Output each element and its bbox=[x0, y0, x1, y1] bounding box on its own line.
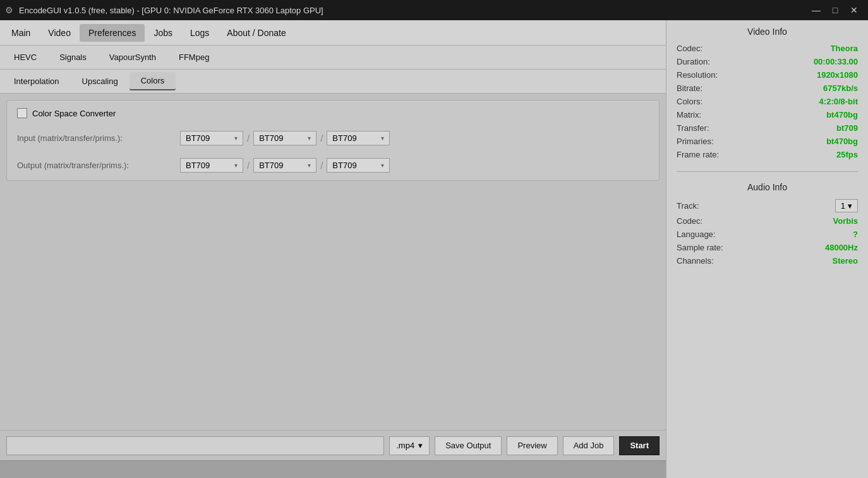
output-transfer-select[interactable]: BT709 ▾ bbox=[253, 158, 316, 173]
resolution-value: 1920x1080 bbox=[817, 70, 858, 80]
info-divider bbox=[677, 171, 858, 172]
channels-label: Channels: bbox=[677, 256, 714, 266]
start-button[interactable]: Start bbox=[619, 436, 660, 455]
main-container: Main Video Preferences Jobs Logs About /… bbox=[0, 20, 868, 478]
duration-label: Duration: bbox=[677, 57, 710, 66]
menu-item-preferences[interactable]: Preferences bbox=[80, 24, 145, 42]
sub-tabs-row1: HEVC Signals VapourSynth FFMpeg bbox=[0, 46, 666, 70]
maximize-button[interactable]: □ bbox=[826, 1, 844, 19]
tab-upscaling[interactable]: Upscaling bbox=[71, 73, 130, 90]
video-info-section: Video Info Codec: Theora Duration: 00:00… bbox=[666, 20, 868, 168]
video-info-transfer: Transfer: bt709 bbox=[677, 121, 858, 135]
tab-interpolation[interactable]: Interpolation bbox=[3, 73, 71, 90]
input-slash-2: / bbox=[320, 133, 323, 144]
input-matrix-arrow: ▾ bbox=[234, 135, 238, 142]
preview-button[interactable]: Preview bbox=[507, 436, 557, 455]
audio-info-track: Track: 1 ▾ bbox=[677, 197, 858, 214]
output-slash-2: / bbox=[320, 160, 323, 171]
window-controls: — □ ✕ bbox=[807, 1, 863, 19]
content-area: Color Space Converter Input (matrix/tran… bbox=[0, 94, 666, 430]
video-info-resolution: Resolution: 1920x1080 bbox=[677, 68, 858, 82]
video-info-bitrate: Bitrate: 6757kb/s bbox=[677, 82, 858, 95]
format-label: .mp4 bbox=[396, 441, 414, 450]
colors-label: Colors: bbox=[677, 97, 702, 106]
bottom-bar: .mp4 ▾ Save Output Preview Add Job Start bbox=[0, 430, 666, 460]
audio-info-title: Audio Info bbox=[677, 182, 858, 192]
menu-item-video[interactable]: Video bbox=[39, 24, 80, 42]
sub-tabs-row2: Interpolation Upscaling Colors bbox=[0, 70, 666, 94]
video-info-colors: Colors: 4:2:0/8-bit bbox=[677, 95, 858, 108]
output-color-label: Output (matrix/transfer/prims.): bbox=[17, 161, 175, 170]
right-panel: Video Info Codec: Theora Duration: 00:00… bbox=[666, 20, 868, 478]
tab-signals[interactable]: Signals bbox=[48, 49, 98, 66]
language-value: ? bbox=[853, 230, 858, 239]
output-slash-1: / bbox=[247, 160, 250, 171]
close-button[interactable]: ✕ bbox=[845, 1, 863, 19]
colors-panel: Color Space Converter Input (matrix/tran… bbox=[6, 100, 660, 181]
framerate-value: 25fps bbox=[836, 150, 858, 159]
color-space-header: Color Space Converter bbox=[17, 108, 649, 118]
output-select-group: BT709 ▾ / BT709 ▾ / BT709 ▾ bbox=[180, 158, 390, 173]
add-job-button[interactable]: Add Job bbox=[563, 436, 615, 455]
input-prims-value: BT709 bbox=[332, 133, 356, 143]
audio-codec-label: Codec: bbox=[677, 216, 702, 226]
color-space-converter-label: Color Space Converter bbox=[32, 109, 116, 118]
tab-ffmpeg[interactable]: FFMpeg bbox=[167, 49, 220, 66]
duration-value: 00:00:33.00 bbox=[814, 57, 858, 66]
output-matrix-arrow: ▾ bbox=[234, 162, 238, 169]
input-prims-arrow: ▾ bbox=[381, 135, 384, 142]
output-matrix-select[interactable]: BT709 ▾ bbox=[180, 158, 243, 173]
input-slash-1: / bbox=[247, 133, 250, 144]
output-prims-select[interactable]: BT709 ▾ bbox=[327, 158, 390, 173]
codec-value: Theora bbox=[831, 44, 858, 53]
codec-label: Codec: bbox=[677, 44, 702, 53]
video-info-title: Video Info bbox=[677, 27, 858, 37]
tab-vapoursynth[interactable]: VapourSynth bbox=[98, 49, 167, 66]
track-label: Track: bbox=[677, 201, 699, 211]
audio-info-language: Language: ? bbox=[677, 228, 858, 241]
audio-info-codec: Codec: Vorbis bbox=[677, 214, 858, 228]
output-path-input[interactable] bbox=[6, 436, 384, 455]
matrix-value: bt470bg bbox=[826, 110, 858, 120]
language-label: Language: bbox=[677, 230, 715, 239]
primaries-label: Primaries: bbox=[677, 137, 714, 146]
input-matrix-select[interactable]: BT709 ▾ bbox=[180, 131, 243, 145]
output-transfer-value: BT709 bbox=[259, 161, 283, 170]
format-select[interactable]: .mp4 ▾ bbox=[389, 436, 430, 455]
tab-hevc[interactable]: HEVC bbox=[3, 49, 48, 66]
audio-codec-value: Vorbis bbox=[833, 216, 859, 226]
left-panel: Main Video Preferences Jobs Logs About /… bbox=[0, 20, 666, 478]
output-prims-value: BT709 bbox=[332, 161, 356, 170]
input-transfer-select[interactable]: BT709 ▾ bbox=[253, 131, 316, 145]
save-output-button[interactable]: Save Output bbox=[435, 436, 502, 455]
menu-item-about[interactable]: About / Donate bbox=[218, 24, 294, 42]
input-transfer-arrow: ▾ bbox=[308, 135, 311, 142]
input-color-row: Input (matrix/transfer/prims.): BT709 ▾ … bbox=[17, 131, 649, 145]
menu-item-logs[interactable]: Logs bbox=[181, 24, 218, 42]
menu-item-jobs[interactable]: Jobs bbox=[145, 24, 181, 42]
color-space-converter-checkbox[interactable] bbox=[17, 108, 27, 118]
tab-colors[interactable]: Colors bbox=[130, 72, 176, 90]
primaries-value: bt470bg bbox=[826, 137, 858, 146]
output-color-row: Output (matrix/transfer/prims.): BT709 ▾… bbox=[17, 158, 649, 173]
title-bar: ⚙ EncodeGUI v1.0.5 (free, stable) - [GPU… bbox=[0, 0, 868, 20]
color-space-converter-container: Color Space Converter bbox=[17, 108, 116, 118]
input-transfer-value: BT709 bbox=[259, 133, 283, 143]
input-color-label: Input (matrix/transfer/prims.): bbox=[17, 133, 175, 143]
output-transfer-arrow: ▾ bbox=[308, 162, 311, 169]
format-arrow-icon: ▾ bbox=[418, 441, 423, 450]
menu-item-main[interactable]: Main bbox=[3, 24, 39, 42]
video-info-framerate: Frame rate: 25fps bbox=[677, 148, 858, 161]
transfer-label: Transfer: bbox=[677, 123, 709, 133]
track-select[interactable]: 1 ▾ bbox=[835, 199, 858, 212]
menu-bar: Main Video Preferences Jobs Logs About /… bbox=[0, 20, 666, 46]
audio-info-samplerate: Sample rate: 48000Hz bbox=[677, 241, 858, 254]
video-info-codec: Codec: Theora bbox=[677, 42, 858, 55]
transfer-value: bt709 bbox=[836, 123, 858, 133]
resolution-label: Resolution: bbox=[677, 70, 718, 80]
samplerate-label: Sample rate: bbox=[677, 243, 723, 252]
input-prims-select[interactable]: BT709 ▾ bbox=[327, 131, 390, 145]
output-prims-arrow: ▾ bbox=[381, 162, 384, 169]
minimize-button[interactable]: — bbox=[807, 1, 825, 19]
colors-value: 4:2:0/8-bit bbox=[819, 97, 858, 106]
